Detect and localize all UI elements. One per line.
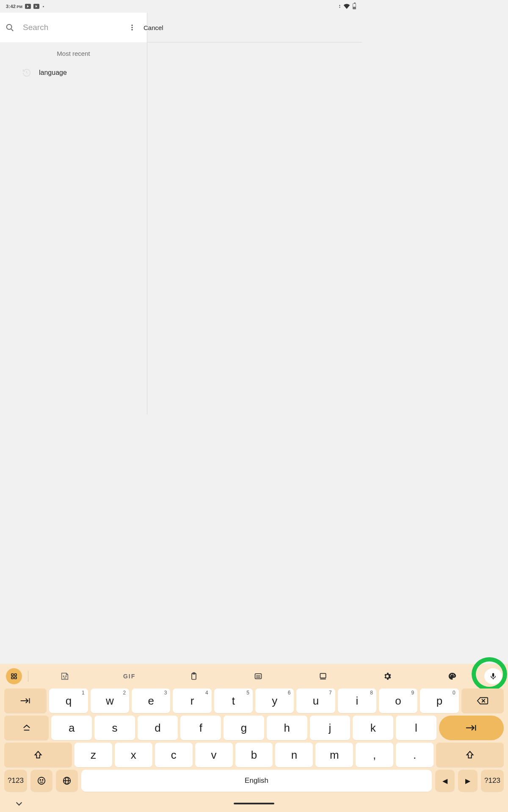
- youtube-notif-icon: [25, 4, 31, 9]
- history-icon: [22, 68, 31, 77]
- svg-point-3: [132, 27, 133, 28]
- more-notif-dot-icon: [43, 6, 44, 7]
- svg-point-0: [7, 25, 12, 30]
- youtube-notif-icon: [33, 4, 39, 9]
- results-pane: Most recent language: [0, 42, 147, 414]
- search-bar: Cancel: [0, 13, 147, 42]
- status-bar: 3:42PM ▲▼: [0, 0, 362, 13]
- data-arrows-icon: ▲▼: [339, 4, 341, 8]
- battery-icon: [353, 3, 356, 9]
- svg-line-1: [11, 29, 14, 31]
- recent-item-label: language: [39, 69, 67, 77]
- search-input[interactable]: [23, 23, 123, 32]
- wifi-icon: [343, 4, 350, 9]
- recent-item[interactable]: language: [0, 62, 147, 83]
- recent-header: Most recent: [0, 50, 147, 57]
- status-clock: 3:42PM: [6, 4, 22, 9]
- svg-point-2: [132, 25, 133, 26]
- svg-point-4: [132, 29, 133, 30]
- search-icon: [5, 23, 14, 32]
- more-options-icon[interactable]: [128, 24, 136, 31]
- detail-pane: [147, 42, 362, 414]
